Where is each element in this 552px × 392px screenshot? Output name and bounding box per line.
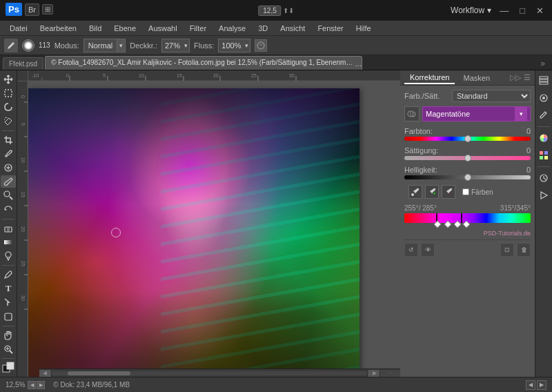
sattigung-track[interactable] xyxy=(404,156,531,160)
tool-lasso[interactable] xyxy=(1,101,16,113)
tab-korrekturen[interactable]: Korrekturen xyxy=(404,72,455,84)
tool-clone[interactable] xyxy=(1,189,16,202)
color-picker-btn[interactable] xyxy=(536,130,551,146)
tool-magic-wand[interactable] xyxy=(1,115,16,128)
farb-satt-select[interactable]: Standard xyxy=(452,90,531,102)
maximize-btn[interactable]: □ xyxy=(517,6,528,16)
svg-marker-68 xyxy=(541,192,547,199)
menu-filter[interactable]: Filter xyxy=(184,23,212,34)
tool-crop[interactable] xyxy=(1,134,16,146)
close-btn[interactable]: ✕ xyxy=(533,6,546,16)
app-logo: Ps Br ⊞ xyxy=(6,3,53,16)
tool-gradient[interactable] xyxy=(1,236,16,248)
modus-dropdown-arrow[interactable]: ▾ xyxy=(117,39,125,52)
tab-masken[interactable]: Masken xyxy=(457,72,495,84)
tab-scroll-right[interactable]: » xyxy=(536,57,549,70)
canvas-viewport[interactable]: ◀ ▶ ⋯ xyxy=(28,81,400,377)
reset-btn[interactable]: ↺ xyxy=(404,243,418,257)
menu-fenster[interactable]: Fenster xyxy=(312,23,348,34)
sattigung-thumb[interactable] xyxy=(464,155,471,161)
tool-eyedropper[interactable] xyxy=(1,148,16,160)
spectrum-bar[interactable] xyxy=(404,213,531,223)
h-scrolltrack[interactable] xyxy=(52,371,367,375)
tool-type[interactable]: T xyxy=(1,282,16,295)
menu-bild[interactable]: Bild xyxy=(83,23,107,34)
menu-bearbeiten[interactable]: Bearbeiten xyxy=(34,23,82,34)
tool-zoom[interactable] xyxy=(1,343,16,355)
zoom-controls: 12,5 ⬆⬇ xyxy=(258,6,293,16)
farben-checkbox[interactable] xyxy=(462,188,469,195)
clip-btn[interactable]: ⊡ xyxy=(500,243,514,257)
panel-expand-icon[interactable]: ▷▷ xyxy=(510,73,521,82)
tool-pen[interactable] xyxy=(1,268,16,281)
tool-eraser[interactable] xyxy=(1,222,16,235)
zoom-stepper[interactable]: ◀ ▶ xyxy=(28,381,45,389)
menu-hilfe[interactable]: Hilfe xyxy=(351,23,377,34)
layers-btn[interactable] xyxy=(536,73,551,88)
spectrum-handle-3[interactable] xyxy=(454,220,462,228)
brush-settings-btn[interactable] xyxy=(536,108,551,123)
farben-label: Färben xyxy=(471,188,493,196)
zoom-arrows[interactable]: ⬆⬇ xyxy=(283,7,294,14)
eyedropper-btn[interactable] xyxy=(408,185,422,199)
minimize-btn[interactable]: — xyxy=(497,6,511,16)
visibility-btn[interactable]: 👁 xyxy=(421,243,435,257)
tab-effect-psd[interactable]: Ffekt.psd xyxy=(3,57,43,70)
deckkraft-arrow[interactable]: ▾ xyxy=(183,42,189,49)
properties-btn[interactable] xyxy=(536,90,551,106)
channel-select[interactable]: Magentatöne ▾ xyxy=(422,106,531,121)
h-scrollthumb[interactable] xyxy=(68,371,130,375)
workspace-selector[interactable]: Workflow ▾ xyxy=(451,6,491,15)
tool-hand[interactable] xyxy=(1,329,16,342)
menu-ebene[interactable]: Ebene xyxy=(108,23,141,34)
farbton-track[interactable] xyxy=(404,137,531,141)
fluss-field[interactable]: 100% ▾ xyxy=(218,39,250,52)
scroll-left-btn[interactable]: ◀ xyxy=(39,370,50,377)
tool-heal[interactable] xyxy=(1,161,16,174)
tool-brush[interactable] xyxy=(1,175,16,188)
tool-move[interactable] xyxy=(1,73,16,86)
farben-checkbox-label[interactable]: Färben xyxy=(462,188,493,196)
spectrum-handle-4[interactable] xyxy=(462,220,470,228)
fluss-arrow[interactable]: ▾ xyxy=(244,42,250,49)
helligkeit-thumb[interactable] xyxy=(464,174,471,181)
deckkraft-field[interactable]: 27% ▾ xyxy=(161,39,190,52)
history-btn[interactable] xyxy=(536,170,551,186)
zoom-decrease-btn[interactable]: ◀ xyxy=(28,381,36,389)
tool-history-brush[interactable] xyxy=(1,204,16,216)
delete-btn[interactable]: 🗑 xyxy=(517,243,531,257)
svg-text:30: 30 xyxy=(289,73,295,78)
tool-dodge[interactable] xyxy=(1,250,16,262)
spectrum-handle-1[interactable] xyxy=(433,220,441,228)
swatches-btn[interactable] xyxy=(536,148,551,163)
eyedropper-remove-btn[interactable]: - xyxy=(442,185,455,199)
status-prev-btn[interactable]: ◀ xyxy=(526,380,535,390)
menu-datei[interactable]: Datei xyxy=(4,23,33,34)
menu-analyse[interactable]: Analyse xyxy=(213,23,251,34)
panel-menu-icon[interactable]: ☰ xyxy=(524,73,531,82)
tool-marquee[interactable] xyxy=(1,87,16,99)
zoom-value[interactable]: 12,5 xyxy=(258,6,281,16)
actions-btn[interactable] xyxy=(536,188,551,203)
svg-text:15: 15 xyxy=(177,73,182,78)
tool-shape[interactable] xyxy=(1,310,16,322)
menu-auswahl[interactable]: Auswahl xyxy=(143,23,183,34)
scroll-right-btn[interactable]: ▶ xyxy=(368,370,379,377)
farbton-thumb[interactable] xyxy=(464,135,471,142)
menu-ansicht[interactable]: Ansicht xyxy=(275,23,310,34)
tab-fotolia[interactable]: © Fotolia_14982670_XL Amir Kaljikovic - … xyxy=(45,56,362,70)
eyedropper-add-btn[interactable]: + xyxy=(425,185,439,199)
zoom-increase-btn[interactable]: ▶ xyxy=(37,381,45,389)
modus-select-wrapper[interactable]: Normal ▾ xyxy=(83,39,126,52)
brush-preview[interactable] xyxy=(22,39,34,52)
pressure-icon[interactable] xyxy=(255,39,267,52)
psd-tutorials-text: PSD-Tutorials.de xyxy=(484,230,531,237)
h-scrollbar[interactable]: ◀ ▶ ⋯ xyxy=(39,369,400,377)
menu-3d[interactable]: 3D xyxy=(253,23,273,34)
tool-path-select[interactable] xyxy=(1,296,16,308)
helligkeit-track[interactable] xyxy=(404,175,531,179)
channel-dropdown-arrow[interactable]: ▾ xyxy=(515,107,527,121)
spectrum-handle-2[interactable] xyxy=(444,220,451,228)
status-next-btn[interactable]: ▶ xyxy=(537,380,546,390)
tool-foreground-bg[interactable] xyxy=(1,362,16,374)
